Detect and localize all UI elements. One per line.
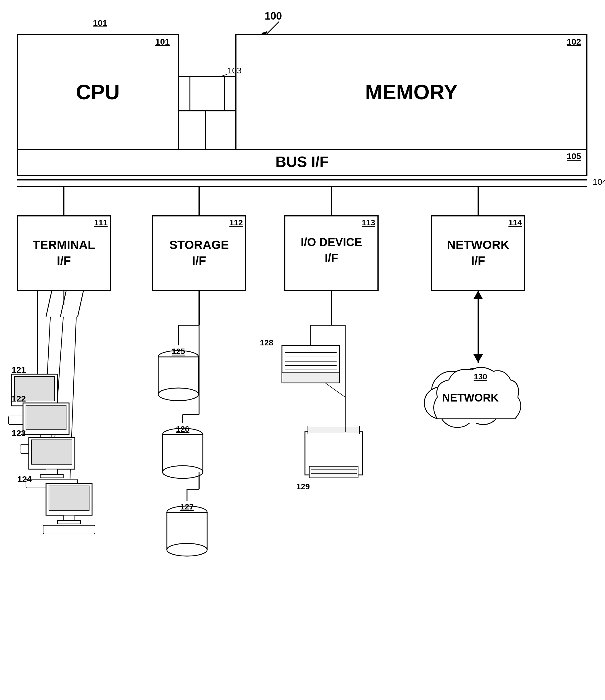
storage-if-label2: I/F [192, 254, 206, 267]
label-112: 112 [229, 218, 243, 227]
svg-line-26 [325, 383, 345, 397]
terminal-124-base [57, 520, 81, 524]
storage-if-label1: STORAGE [169, 238, 229, 252]
line-to-124 [69, 317, 76, 504]
cylinder-126-bottom [162, 466, 203, 478]
iodevice-if-label2: I/F [325, 252, 338, 264]
label-122: 122 [11, 394, 26, 403]
label-125: 125 [172, 347, 185, 356]
terminal-if-label1: TERMINAL [33, 238, 95, 252]
label-113: 113 [362, 218, 375, 227]
label-124: 124 [17, 474, 32, 484]
network-cloud: NETWORK 130 [424, 367, 521, 427]
terminal-124-keyboard [43, 525, 95, 534]
label-101-inside: 101 [155, 37, 170, 46]
io-device-129-tray [308, 426, 360, 434]
label-104: 104 [593, 177, 605, 186]
networkif-box [431, 216, 525, 291]
terminal-122-display [26, 405, 66, 430]
cpu-label: CPU [76, 81, 120, 104]
term-fan-2 [46, 291, 52, 317]
terminal-123-display [32, 440, 72, 464]
label-105: 105 [567, 151, 581, 161]
storage-if-box [153, 216, 246, 291]
label-121: 121 [11, 365, 26, 374]
terminal-124-display [49, 486, 89, 510]
term-fan-4 [78, 291, 83, 317]
label-101: 101 [93, 18, 107, 28]
label-130: 130 [474, 372, 487, 381]
svg-line-0 [265, 22, 279, 36]
io-device-129-output [309, 466, 358, 478]
label-100: 100 [265, 10, 282, 22]
terminal-if-label2: I/F [57, 254, 71, 267]
networkif-label2: I/F [471, 254, 485, 267]
net-arrow-down [473, 354, 483, 362]
cylinder-125-bottom [158, 388, 199, 401]
terminal-if-box [17, 216, 110, 291]
terminal-123-base [40, 474, 63, 478]
io-device-128-panel [282, 373, 339, 383]
label-123: 123 [11, 428, 26, 438]
busif-label: BUS I/F [275, 153, 329, 170]
label-102: 102 [567, 37, 581, 46]
label-103: 103 [227, 66, 242, 75]
bus-connector [178, 76, 236, 111]
label-114: 114 [508, 218, 522, 227]
networkif-label1: NETWORK [447, 238, 509, 252]
network-label: NETWORK [442, 392, 499, 404]
label-129: 129 [296, 482, 310, 491]
label-126: 126 [176, 425, 190, 433]
label-111: 111 [94, 218, 108, 227]
iodevice-if-label1: I/O DEVICE [300, 236, 362, 248]
label-128: 128 [260, 338, 273, 347]
diagram-svg: 100 101 101 CPU 102 MEMORY 103 105 BUS I… [0, 0, 605, 700]
memory-label: MEMORY [365, 81, 457, 104]
label-127: 127 [180, 502, 194, 511]
term-fan-3 [60, 291, 66, 317]
net-arrow-up [473, 291, 483, 299]
cylinder-127-bottom [167, 544, 207, 556]
diagram-container: 100 101 101 CPU 102 MEMORY 103 105 BUS I… [0, 0, 605, 700]
